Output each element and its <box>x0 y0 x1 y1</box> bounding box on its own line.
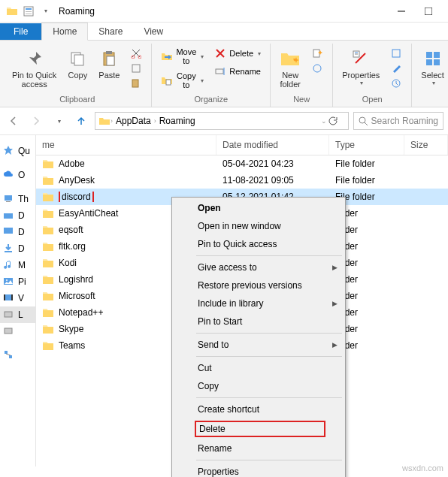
ctx-copy[interactable]: Copy <box>174 377 344 395</box>
disk-icon <box>3 309 15 321</box>
folder-icon <box>42 258 54 268</box>
easy-access-button[interactable] <box>308 62 326 75</box>
refresh-button[interactable] <box>327 116 345 126</box>
sidebar-item[interactable]: L <box>0 306 35 323</box>
nav-back-button[interactable] <box>5 112 23 130</box>
copy-button[interactable]: Copy <box>64 47 91 81</box>
properties-button[interactable]: Properties ▾ <box>339 47 383 88</box>
move-to-button[interactable]: Move to▾ <box>158 47 207 66</box>
copy-icon <box>67 48 88 69</box>
svg-rect-9 <box>106 51 112 54</box>
ctx-open[interactable]: Open <box>174 199 344 217</box>
col-size[interactable]: Size <box>404 135 448 155</box>
col-name[interactable]: me <box>36 135 216 155</box>
ctx-delete[interactable]: Delete <box>174 418 344 439</box>
sidebar-item[interactable]: Qu <box>0 143 35 159</box>
svg-rect-47 <box>9 355 12 358</box>
chevron-right-icon: ▶ <box>332 300 338 307</box>
music-icon <box>3 259 15 271</box>
ctx-open-new-window[interactable]: Open in new window <box>174 217 344 235</box>
paste-icon <box>98 48 120 69</box>
svg-rect-45 <box>5 328 12 334</box>
pin-to-quick-access-button[interactable]: Pin to Quick access <box>9 47 59 90</box>
col-date[interactable]: Date modified <box>216 135 329 155</box>
ctx-restore-versions[interactable]: Restore previous versions <box>174 276 344 294</box>
ribbon-group-select: Select ▾ <box>412 44 448 107</box>
ctx-cut[interactable]: Cut <box>174 359 344 377</box>
tab-home[interactable]: Home <box>41 23 88 41</box>
minimize-button[interactable] <box>388 1 415 22</box>
svg-point-40 <box>6 279 8 281</box>
sidebar-item[interactable]: Th <box>0 191 35 207</box>
qa-dropdown-icon[interactable]: ▾ <box>39 5 51 17</box>
sidebar-item[interactable] <box>0 347 35 364</box>
file-name: Adobe <box>59 158 85 169</box>
ctx-send-to[interactable]: Send to▶ <box>174 336 344 354</box>
folder-icon <box>3 210 15 222</box>
ctx-give-access[interactable]: Give access to▶ <box>174 258 344 276</box>
file-name: Kodi <box>59 258 77 268</box>
ctx-properties[interactable]: Properties <box>174 463 344 477</box>
svg-line-48 <box>6 354 11 355</box>
crumb-dropdown[interactable]: ⌄ <box>321 117 327 125</box>
file-row[interactable]: AnyDesk11-08-2021 09:05File folder <box>36 172 448 189</box>
paste-button[interactable]: Paste <box>95 47 123 81</box>
ribbon: Pin to Quick access Copy Paste Clipboard <box>0 41 448 107</box>
delete-button[interactable]: Delete▾ <box>211 47 264 60</box>
folder-icon <box>42 192 54 202</box>
search-input[interactable]: Search Roaming <box>353 112 443 130</box>
svg-rect-10 <box>107 56 114 65</box>
copy-to-icon <box>161 74 173 86</box>
maximize-button[interactable] <box>415 1 442 22</box>
folder-icon <box>42 274 54 285</box>
qa-prop-icon[interactable] <box>23 5 35 17</box>
crumb-appdata[interactable]: AppData <box>113 116 154 126</box>
sidebar-item[interactable] <box>0 323 35 340</box>
col-type[interactable]: Type <box>329 135 404 155</box>
sidebar-item[interactable]: D <box>0 224 35 240</box>
svg-rect-2 <box>26 11 32 12</box>
sidebar-item[interactable]: O <box>0 167 35 183</box>
nav-up-button[interactable] <box>72 112 90 130</box>
address-bar: ▾ › AppData › Roaming ⌄ Search Roaming <box>0 107 448 135</box>
edit-icon <box>390 62 402 74</box>
cut-small-button[interactable] <box>127 47 145 60</box>
edit-small-button[interactable] <box>387 62 405 75</box>
sidebar-item[interactable]: Pi <box>0 273 35 290</box>
svg-rect-46 <box>5 351 8 354</box>
open-small-button[interactable] <box>387 47 405 60</box>
nav-forward-button[interactable] <box>27 112 45 130</box>
history-small-button[interactable] <box>387 77 405 90</box>
ctx-pin-start[interactable]: Pin to Start <box>174 312 344 331</box>
ctx-create-shortcut[interactable]: Create shortcut <box>174 400 344 418</box>
svg-rect-44 <box>5 312 12 317</box>
svg-rect-27 <box>426 52 432 58</box>
file-row[interactable]: Adobe05-04-2021 04:23File folder <box>36 155 448 172</box>
sidebar-item[interactable]: D <box>0 207 35 224</box>
sidebar-item[interactable]: M <box>0 257 35 273</box>
tab-share[interactable]: Share <box>88 23 133 40</box>
ctx-rename[interactable]: Rename <box>174 439 344 457</box>
select-button[interactable]: Select ▾ <box>418 47 447 88</box>
copy-to-button[interactable]: Copy to▾ <box>158 71 207 90</box>
crumb-roaming[interactable]: Roaming <box>156 116 198 126</box>
ctx-include-library[interactable]: Include in library▶ <box>174 294 344 312</box>
rename-button[interactable]: Rename <box>211 65 264 78</box>
nav-history-dropdown[interactable]: ▾ <box>50 112 68 130</box>
folder-icon <box>42 324 54 334</box>
ctx-pin-quick-access[interactable]: Pin to Quick access <box>174 235 344 253</box>
tab-file[interactable]: File <box>0 23 41 40</box>
folder-icon <box>42 291 54 301</box>
rename-icon <box>214 65 226 77</box>
ctx-separator <box>196 333 342 334</box>
context-menu: Open Open in new window Pin to Quick acc… <box>171 197 346 477</box>
paste-shortcut-button[interactable] <box>127 77 145 90</box>
copy-path-button[interactable] <box>127 62 145 75</box>
breadcrumb[interactable]: › AppData › Roaming ⌄ <box>95 112 349 130</box>
new-item-button[interactable] <box>308 47 326 60</box>
folder-icon <box>42 158 54 169</box>
sidebar-item[interactable]: D <box>0 240 35 257</box>
sidebar-item[interactable]: V <box>0 290 35 306</box>
tab-view[interactable]: View <box>133 23 174 40</box>
new-folder-button[interactable]: New folder <box>277 47 304 90</box>
